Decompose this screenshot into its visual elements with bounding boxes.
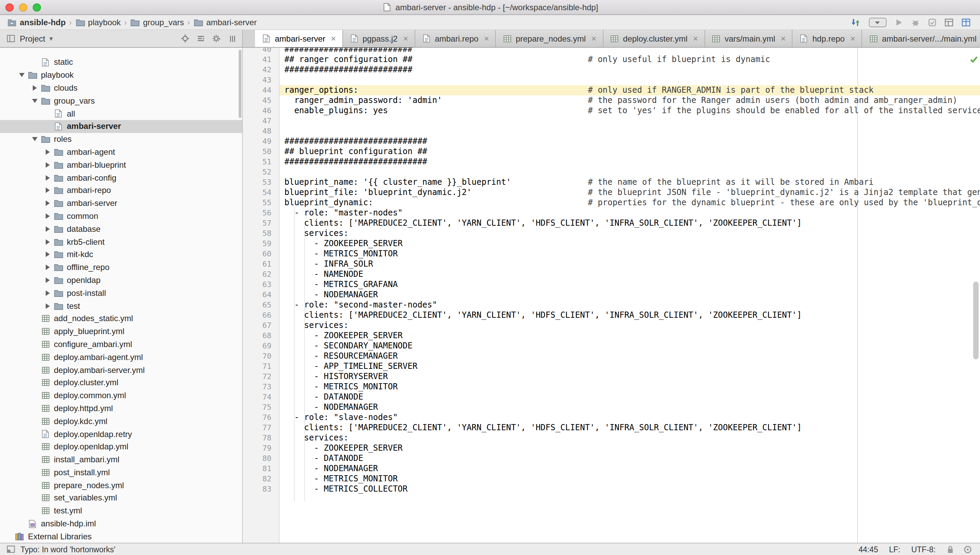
code-line[interactable]: 50## blueprint configuration ## [243, 147, 980, 157]
tree-item[interactable]: common [0, 210, 242, 223]
expand-arrow[interactable] [29, 99, 40, 103]
code-line[interactable]: 40########################## [243, 48, 980, 55]
code-line[interactable]: 46 enable_plugins: yes# set to 'yes' if … [243, 106, 980, 116]
expand-arrow[interactable] [16, 73, 27, 77]
encoding-indicator[interactable]: UTF-8: [911, 545, 936, 553]
code-line[interactable]: 55blueprint_dynamic:# properties for the… [243, 198, 980, 208]
tree-item[interactable]: deploy.kdc.yml [0, 415, 242, 428]
editor-tab[interactable]: deploy.cluster.yml× [603, 30, 705, 47]
debug-icon[interactable] [911, 18, 920, 26]
tab-close-icon[interactable]: × [591, 34, 597, 43]
expand-arrow[interactable] [42, 265, 53, 270]
tree-item[interactable]: ambari-agent [0, 146, 242, 159]
expand-arrow[interactable] [42, 188, 53, 193]
inspection-ok-icon[interactable] [970, 54, 978, 66]
run-icon[interactable] [895, 18, 903, 26]
tree-item[interactable]: ambari-server [0, 197, 242, 210]
expand-arrow[interactable] [42, 213, 53, 219]
lock-icon[interactable] [946, 545, 954, 553]
project-grid-icon[interactable] [962, 18, 970, 26]
code-line[interactable]: 64 - NODEMANAGER [243, 290, 980, 300]
settings-gear-icon[interactable] [212, 34, 221, 43]
editor[interactable]: 40##########################41## ranger … [243, 48, 980, 543]
expand-arrow[interactable] [42, 201, 53, 206]
editor-tab[interactable]: ambari.repo× [415, 30, 496, 47]
expand-arrow[interactable] [42, 226, 53, 232]
expand-arrow[interactable] [29, 85, 40, 91]
code-line[interactable]: 67 services: [243, 321, 980, 331]
tree-item[interactable]: mit-kdc [0, 248, 242, 261]
tree-item[interactable]: External Libraries [0, 530, 242, 543]
expand-arrow[interactable] [42, 278, 53, 283]
code-line[interactable]: 62 - NAMENODE [243, 269, 980, 279]
locate-icon[interactable] [181, 34, 189, 43]
tree-item[interactable]: group_vars [0, 95, 242, 107]
code-line[interactable]: 81 - NODEMANAGER [243, 464, 980, 474]
editor-tab[interactable]: ambari-server× [255, 30, 343, 47]
tab-close-icon[interactable]: × [850, 34, 855, 43]
code-line[interactable]: 70 - RESOURCEMANAGER [243, 351, 980, 361]
tab-close-icon[interactable]: × [331, 34, 336, 43]
tree-item[interactable]: all [0, 107, 242, 120]
breadcrumb-item[interactable]: group_vars [130, 18, 184, 27]
tab-close-icon[interactable]: × [693, 34, 698, 43]
tree-item[interactable]: ansible-hdp.iml [0, 517, 242, 530]
project-panel-title[interactable]: Project [20, 34, 45, 43]
code-line[interactable]: 76 - role: "slave-nodes" [243, 412, 980, 423]
tree-item[interactable]: deploy.openldap.yml [0, 440, 242, 453]
breadcrumb-item[interactable]: ambari-server [193, 18, 257, 27]
collapse-all-icon[interactable] [196, 34, 205, 43]
tree-item[interactable]: post_install.yml [0, 466, 242, 479]
expand-arrow[interactable] [42, 252, 53, 257]
tree-item[interactable]: test [0, 299, 242, 312]
code-line[interactable]: 43 [243, 75, 980, 85]
expand-arrow[interactable] [42, 162, 53, 168]
expand-arrow[interactable] [42, 175, 53, 180]
tree-item[interactable]: deploy.openldap.retry [0, 428, 242, 440]
code-line[interactable]: 51############################# [243, 157, 980, 167]
breadcrumb-item[interactable]: playbook [75, 18, 121, 27]
code-line[interactable]: 60 - METRICS_MONITOR [243, 249, 980, 259]
code-line[interactable]: 49############################# [243, 136, 980, 147]
editor-tab[interactable]: ambari-server/.../main.yml× [862, 30, 980, 47]
code-line[interactable]: 52 [243, 167, 980, 177]
code-line[interactable]: 72 - HISTORYSERVER [243, 372, 980, 382]
chevron-down-icon[interactable]: ▾ [50, 35, 53, 42]
tree-item[interactable]: ambari-repo [0, 184, 242, 197]
coverage-icon[interactable] [928, 18, 936, 26]
tree-item[interactable]: ambari-config [0, 171, 242, 184]
code-line[interactable]: 79 - ZOOKEEPER_SERVER [243, 443, 980, 453]
tree-item[interactable]: add_nodes_static.yml [0, 312, 242, 325]
tab-close-icon[interactable]: × [484, 34, 489, 43]
tree-item[interactable]: configure_ambari.yml [0, 338, 242, 351]
expand-arrow[interactable] [42, 149, 53, 155]
code-line[interactable]: 56 - role: "master-nodes" [243, 208, 980, 218]
tab-close-icon[interactable]: × [781, 34, 786, 43]
code-line[interactable]: 75 - NODEMANAGER [243, 402, 980, 412]
code-line[interactable]: 74 - DATANODE [243, 392, 980, 402]
run-config-dropdown[interactable] [869, 17, 887, 27]
tab-close-icon[interactable]: × [403, 34, 408, 43]
tree-item[interactable]: deploy.ambari-server.yml [0, 363, 242, 376]
expand-arrow[interactable] [42, 303, 53, 308]
code-line[interactable]: 73 - METRICS_MONITOR [243, 382, 980, 392]
code-line[interactable]: 66 clients: ['MAPREDUCE2_CLIENT', 'YARN_… [243, 310, 980, 321]
tree-item[interactable]: offline_repo [0, 261, 242, 274]
code-line[interactable]: 47 [243, 116, 980, 126]
code-line[interactable]: 69 - SECONDARY_NAMENODE [243, 341, 980, 351]
editor-tab[interactable]: hdp.repo× [792, 30, 862, 47]
code-line[interactable]: 59 - ZOOKEEPER_SERVER [243, 239, 980, 249]
tree-scrollbar[interactable] [239, 50, 241, 118]
minimize-window-button[interactable] [19, 3, 27, 11]
editor-scrollbar[interactable] [973, 282, 978, 359]
caret-position[interactable]: 44:45 [859, 545, 878, 553]
tree-item[interactable]: install_ambari.yml [0, 453, 242, 466]
code-line[interactable]: 54blueprint_file: 'blueprint_dynamic.j2'… [243, 188, 980, 198]
toolwindow-toggle-icon[interactable] [5, 545, 16, 553]
editor-tab[interactable]: vars/main.yml× [705, 30, 792, 47]
hector-icon[interactable] [964, 545, 972, 553]
tree-item[interactable]: deploy.ambari-agent.yml [0, 351, 242, 364]
editor-tab[interactable]: prepare_nodes.yml× [496, 30, 603, 47]
vcs-update-icon[interactable] [850, 18, 861, 27]
tree-item[interactable]: apply_blueprint.yml [0, 325, 242, 338]
